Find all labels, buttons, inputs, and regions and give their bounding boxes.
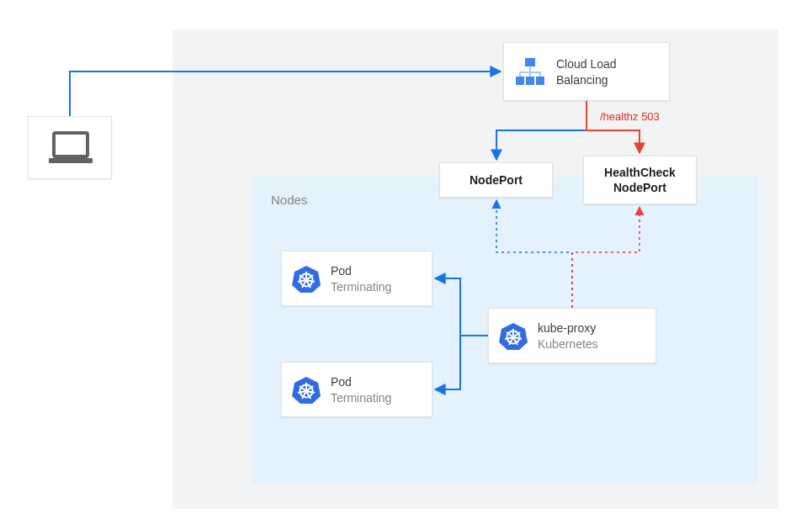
client-laptop-box: [28, 116, 112, 179]
svg-rect-7: [539, 71, 541, 77]
kubernetes-icon: [292, 376, 321, 405]
svg-rect-8: [516, 77, 524, 85]
kubernetes-icon: [292, 265, 321, 294]
hcnodeport-title-line2: NodePort: [584, 180, 696, 196]
pod-2-title: Pod: [331, 374, 352, 390]
hcnodeport-title-line1: HealthCheck: [584, 165, 696, 181]
kube-proxy-subtitle: Kubernetes: [538, 336, 598, 352]
svg-rect-3: [529, 66, 531, 71]
clb-title: Cloud Load: [556, 56, 617, 72]
svg-point-30: [305, 389, 308, 393]
svg-rect-1: [49, 158, 93, 163]
kubernetes-icon: [499, 322, 528, 351]
healthz-label: /healthz 503: [600, 109, 660, 124]
kube-proxy-box: kube-proxy Kubernetes: [488, 308, 656, 363]
load-balancer-icon: [514, 56, 546, 88]
pod-2-subtitle: Terminating: [331, 390, 391, 406]
svg-rect-5: [519, 71, 521, 77]
pod-1-title: Pod: [331, 263, 352, 279]
diagram-canvas: Nodes /healthz 503 Cloud L: [0, 0, 812, 524]
nodeport-title: NodePort: [440, 172, 552, 188]
nodeport-box: NodePort: [439, 162, 553, 198]
svg-rect-6: [529, 71, 531, 77]
pod-1-subtitle: Terminating: [331, 279, 391, 295]
svg-rect-0: [54, 133, 88, 156]
svg-point-20: [305, 278, 308, 282]
kube-proxy-title: kube-proxy: [538, 320, 596, 336]
clb-subtitle: Balancing: [556, 72, 608, 88]
laptop-icon: [47, 130, 94, 167]
nodes-panel-label: Nodes: [271, 192, 307, 209]
cloud-load-balancing-box: Cloud Load Balancing: [503, 42, 670, 101]
svg-rect-2: [525, 58, 535, 66]
pod-1-box: Pod Terminating: [281, 251, 433, 306]
pod-2-box: Pod Terminating: [281, 362, 433, 417]
svg-rect-10: [536, 77, 544, 85]
svg-point-40: [512, 336, 515, 339]
healthcheck-nodeport-box: HealthCheck NodePort: [583, 156, 697, 204]
svg-rect-9: [526, 77, 534, 85]
